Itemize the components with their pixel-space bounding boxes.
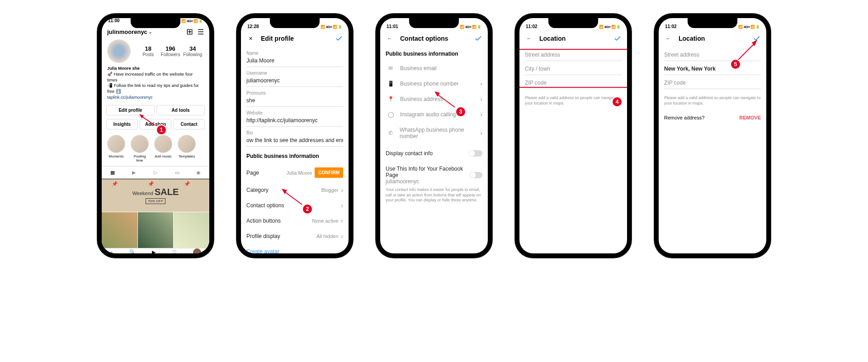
- confirm-check-icon[interactable]: [613, 34, 622, 43]
- annotation-arrow-5: [736, 40, 758, 62]
- pronouns-label: Pronouns: [246, 90, 343, 95]
- website-field[interactable]: http://taplink.cc/juliamoorenyc: [246, 115, 343, 127]
- annotation-arrow-3: [434, 91, 457, 110]
- status-indicators: 📶 4G+ 📶 🔋: [738, 25, 760, 29]
- phone-2-edit-profile: 12:28 📶 4G+ 📶 🔋 ✕ Edit profile Name Juli…: [236, 14, 353, 258]
- story-label: Add music: [153, 154, 173, 158]
- confirm-check-icon[interactable]: [335, 34, 343, 43]
- video-tab[interactable]: ▷: [145, 167, 166, 179]
- post-thumbnail[interactable]: [102, 212, 137, 248]
- screen: 11:01 📶 4G+ 📶 🔋 ← Contact options Public…: [380, 18, 488, 253]
- story-label: Moments: [106, 154, 126, 158]
- chevron-right-icon: ›: [341, 233, 343, 239]
- highlight-box: [519, 49, 627, 88]
- back-icon[interactable]: ←: [525, 34, 533, 43]
- reels-nav-icon[interactable]: ▶: [152, 249, 156, 253]
- username-field[interactable]: juliamoorenyc: [246, 76, 343, 87]
- posts-stat[interactable]: 18Posts: [137, 45, 159, 57]
- bio-link[interactable]: taplink.cc/juliamoorenyc: [107, 95, 204, 100]
- story-templates[interactable]: Templates: [177, 135, 197, 162]
- audio-calling-row[interactable]: ◯Instagram audio calling›: [386, 107, 482, 122]
- status-time: 12:28: [247, 24, 259, 29]
- business-address-row[interactable]: 📍Business address›: [386, 91, 482, 107]
- insights-button[interactable]: Insights: [106, 119, 138, 129]
- bio-line-2: 📲 Follow the link to read my tips and gu…: [107, 83, 204, 95]
- svg-line-2: [285, 192, 302, 205]
- location-form: Street address New York, New York ZIP co…: [659, 47, 766, 253]
- zip-field[interactable]: ZIP code: [664, 75, 761, 89]
- username-dropdown[interactable]: julinmoorenyc: [107, 29, 147, 35]
- pin-icon: 📌: [184, 181, 190, 187]
- fb-sync-toggle[interactable]: [470, 172, 482, 178]
- following-stat[interactable]: 34Following: [182, 45, 204, 57]
- bio-line-1: 🚀 Have increased traffic on the website …: [107, 71, 204, 83]
- activity-icon[interactable]: ♡: [172, 249, 177, 253]
- status-indicators: 📶 4G+ 📶 🔋: [181, 19, 203, 23]
- phone-4-location-empty: 11:02 📶 4G+ 📶 🔋 ← Location Street addres…: [515, 14, 632, 258]
- sale-text: SALE: [155, 187, 179, 197]
- profile-display-label: Profile display: [246, 233, 280, 239]
- back-icon[interactable]: ←: [386, 34, 394, 43]
- step-badge-4: 4: [612, 96, 623, 107]
- create-avatar-link[interactable]: Create avatar: [246, 244, 343, 253]
- city-field[interactable]: New York, New York: [664, 61, 761, 75]
- pinned-sale-post[interactable]: 📌 📌 📌 Weekend SALE 70% OFF: [102, 179, 209, 212]
- step-badge-3: 3: [455, 106, 466, 117]
- search-icon[interactable]: 🔍: [129, 249, 136, 253]
- bottom-nav: ⌂ 🔍 ▶ ♡: [102, 248, 209, 253]
- contact-button[interactable]: Contact: [173, 119, 205, 129]
- phone-1-profile: 11:00 📶 4G+ 📶 🔋 julinmoorenyc ⌄ ⊞ ☰ 18Po…: [97, 14, 214, 258]
- page-row[interactable]: PageJulia MooreCONFIRM: [246, 163, 343, 182]
- followers-stat[interactable]: 196Followers: [159, 45, 181, 57]
- display-contact-toggle[interactable]: [469, 150, 482, 157]
- ad-tools-button[interactable]: Ad tools: [156, 105, 205, 115]
- phone-label: Business phone number: [400, 81, 458, 87]
- reels-tab[interactable]: ▶: [123, 167, 145, 179]
- business-email-row[interactable]: ✉Business email: [386, 61, 482, 76]
- display-contact-label: Display contact info: [386, 150, 433, 157]
- menu-icon[interactable]: ☰: [198, 28, 204, 36]
- chevron-right-icon: ›: [341, 218, 343, 224]
- guides-tab[interactable]: ▭: [166, 167, 188, 179]
- post-thumbnail[interactable]: [138, 212, 174, 248]
- remove-button[interactable]: REMOVE: [739, 115, 761, 120]
- status-time: 11:01: [387, 24, 398, 29]
- create-icon[interactable]: ⊞: [186, 27, 193, 37]
- chevron-down-icon[interactable]: ⌄: [148, 29, 152, 35]
- step-badge-1: 1: [156, 124, 167, 135]
- story-music[interactable]: Add music: [153, 135, 173, 162]
- grid-tab[interactable]: ▦: [102, 167, 123, 179]
- chevron-right-icon: ›: [480, 96, 482, 102]
- sale-discount: 70% OFF: [146, 198, 165, 204]
- notch: [688, 18, 737, 28]
- story-posting[interactable]: Posting time: [130, 135, 150, 162]
- status-time: 11:02: [526, 24, 538, 29]
- action-buttons-row[interactable]: Action buttonsNone active›: [246, 213, 343, 229]
- pronouns-field[interactable]: she: [246, 95, 343, 107]
- page-title: Location: [539, 35, 607, 42]
- posts-grid: 📌 📌 📌 Weekend SALE 70% OFF: [102, 179, 209, 248]
- bio-field[interactable]: ow the link to see the addresses and enr…: [246, 135, 343, 147]
- business-phone-row[interactable]: 📱Business phone number›: [386, 76, 482, 91]
- confirm-button[interactable]: CONFIRM: [315, 167, 343, 178]
- tagged-tab[interactable]: ◉: [188, 167, 209, 179]
- status-time: 11:02: [665, 24, 677, 29]
- avatar[interactable]: [107, 39, 131, 63]
- phone-3-contact-options: 11:01 📶 4G+ 📶 🔋 ← Contact options Public…: [376, 14, 492, 258]
- name-field[interactable]: Julia Moore: [246, 56, 343, 67]
- back-icon[interactable]: ←: [664, 34, 672, 43]
- whatsapp-row[interactable]: ✆WhatsApp business phone number›: [386, 122, 482, 144]
- audio-label: Instagram audio calling: [400, 111, 456, 118]
- story-moments[interactable]: Moments: [106, 135, 126, 162]
- notch: [548, 18, 598, 28]
- status-indicators: 📶 4G+ 📶 🔋: [460, 25, 481, 29]
- story-highlights: Moments Posting time Add music Templates: [102, 131, 209, 166]
- post-thumbnail[interactable]: [174, 212, 209, 248]
- confirm-check-icon[interactable]: [474, 34, 482, 43]
- home-icon[interactable]: ⌂: [110, 250, 113, 253]
- chevron-right-icon: ›: [480, 81, 482, 87]
- fb-page-name: juliamoorenyc: [386, 178, 419, 185]
- close-icon[interactable]: ✕: [246, 34, 255, 43]
- profile-nav-icon[interactable]: [193, 248, 201, 253]
- profile-display-row[interactable]: Profile displayAll hidden›: [246, 229, 343, 244]
